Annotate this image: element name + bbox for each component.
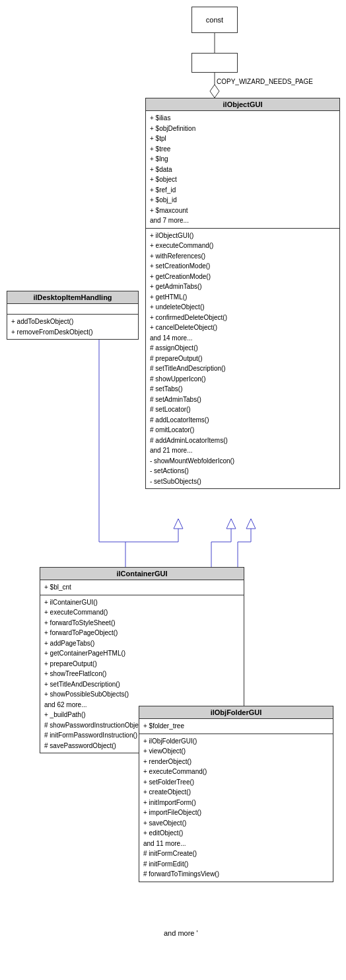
- const-label: const: [206, 16, 223, 24]
- ilDesktopItemHandling-title: ilDesktopItemHandling: [7, 291, 138, 304]
- ilObjFolderGUI-box: ilObjFolderGUI + $folder_tree + ilObjFol…: [139, 706, 333, 882]
- ilObjFolderGUI-methods: + ilObjFolderGUI() + viewObject() + rend…: [139, 734, 333, 882]
- copy-wizard-label: COPY_WIZARD_NEEDS_PAGE: [217, 78, 313, 85]
- diagram-container: const COPY_WIZARD_NEEDS_PAGE ilObjectGUI…: [0, 0, 346, 980]
- ilDesktopItemHandling-box: ilDesktopItemHandling + addToDeskObject(…: [7, 291, 139, 340]
- ilObjectGUI-fields: + $ilias + $objDefinition + $tpl + $tree…: [146, 111, 339, 229]
- const-box: const: [191, 7, 238, 33]
- and-more-label: and more ': [164, 929, 198, 937]
- svg-marker-18: [246, 519, 256, 529]
- svg-marker-6: [174, 519, 183, 529]
- conn-box: [191, 53, 238, 73]
- ilObjectGUI-methods: + ilObjectGUI() + executeCommand() + wit…: [146, 229, 339, 489]
- ilContainerGUI-title: ilContainerGUI: [40, 568, 244, 580]
- ilObjFolderGUI-title: ilObjFolderGUI: [139, 706, 333, 719]
- svg-marker-14: [226, 519, 236, 529]
- ilObjFolderGUI-fields: + $folder_tree: [139, 719, 333, 734]
- ilDesktopItemHandling-fields-empty: [7, 304, 138, 315]
- ilObjectGUI-box: ilObjectGUI + $ilias + $objDefinition + …: [145, 98, 340, 489]
- ilDesktopItemHandling-methods: + addToDeskObject() + removeFromDeskObje…: [7, 315, 138, 339]
- svg-marker-2: [210, 85, 219, 98]
- ilObjectGUI-title: ilObjectGUI: [146, 98, 339, 111]
- ilContainerGUI-fields: + $bl_cnt: [40, 580, 244, 595]
